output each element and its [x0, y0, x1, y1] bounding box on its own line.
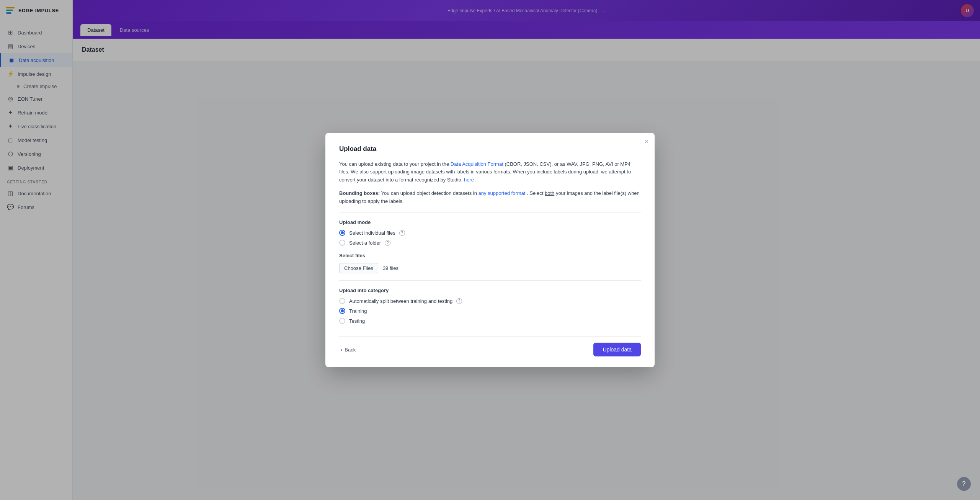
choose-files-button[interactable]: Choose Files — [339, 263, 378, 273]
modal-info-text: You can upload existing data to your pro… — [339, 160, 641, 184]
auto-split-help-icon[interactable]: ? — [456, 298, 462, 304]
radio-folder-circle — [339, 240, 345, 246]
folder-help-icon[interactable]: ? — [385, 240, 390, 246]
radio-testing-label: Testing — [349, 318, 365, 324]
radio-select-folder[interactable]: Select a folder ? — [339, 240, 641, 246]
radio-individual-circle — [339, 230, 345, 236]
modal-title: Upload data — [339, 145, 641, 153]
divider-2 — [339, 280, 641, 281]
back-label: Back — [345, 347, 356, 353]
radio-individual-dot — [341, 231, 344, 234]
modal-close-button[interactable]: × — [644, 138, 648, 145]
file-select-area: Choose Files 39 files — [339, 263, 641, 273]
radio-auto-split-label: Automatically split between training and… — [349, 298, 452, 304]
back-chevron-icon: ‹ — [341, 347, 342, 353]
radio-testing-circle — [339, 318, 345, 324]
radio-training-circle — [339, 308, 345, 314]
help-icon: ? — [962, 480, 966, 487]
radio-auto-split-circle — [339, 298, 345, 304]
info-text-1: You can upload existing data to your pro… — [339, 161, 451, 167]
radio-individual-label: Select individual files — [349, 230, 395, 236]
files-count: 39 files — [383, 265, 399, 271]
radio-auto-split[interactable]: Automatically split between training and… — [339, 298, 641, 304]
data-acquisition-format-link[interactable]: Data Acquisition Format — [451, 161, 503, 167]
modal-overlay: × Upload data You can upload existing da… — [0, 0, 980, 500]
divider — [339, 212, 641, 212]
upload-category-heading: Upload into category — [339, 288, 641, 293]
back-button[interactable]: ‹ Back — [339, 344, 357, 356]
upload-data-modal: × Upload data You can upload existing da… — [325, 133, 655, 368]
select-files-heading: Select files — [339, 253, 641, 258]
upload-mode-heading: Upload mode — [339, 219, 641, 225]
upload-data-button[interactable]: Upload data — [593, 343, 641, 356]
bb-text-1: You can upload object detection datasets… — [381, 190, 479, 196]
bounding-boxes-label: Bounding boxes: — [339, 190, 380, 196]
any-supported-format-link[interactable]: any supported format — [479, 190, 526, 196]
here-link[interactable]: here — [464, 177, 474, 183]
radio-training-label: Training — [349, 308, 367, 314]
help-button[interactable]: ? — [957, 477, 971, 491]
individual-help-icon[interactable]: ? — [399, 230, 405, 236]
info-text-period: . — [475, 177, 477, 183]
radio-folder-label: Select a folder — [349, 240, 381, 246]
radio-training-dot — [341, 309, 344, 312]
upload-mode-radio-group: Select individual files ? Select a folde… — [339, 230, 641, 246]
bounding-boxes-text: Bounding boxes: You can upload object de… — [339, 190, 641, 206]
radio-testing[interactable]: Testing — [339, 318, 641, 324]
radio-individual-files[interactable]: Select individual files ? — [339, 230, 641, 236]
radio-training[interactable]: Training — [339, 308, 641, 314]
upload-category-radio-group: Automatically split between training and… — [339, 298, 641, 324]
modal-footer: ‹ Back Upload data — [339, 336, 641, 356]
